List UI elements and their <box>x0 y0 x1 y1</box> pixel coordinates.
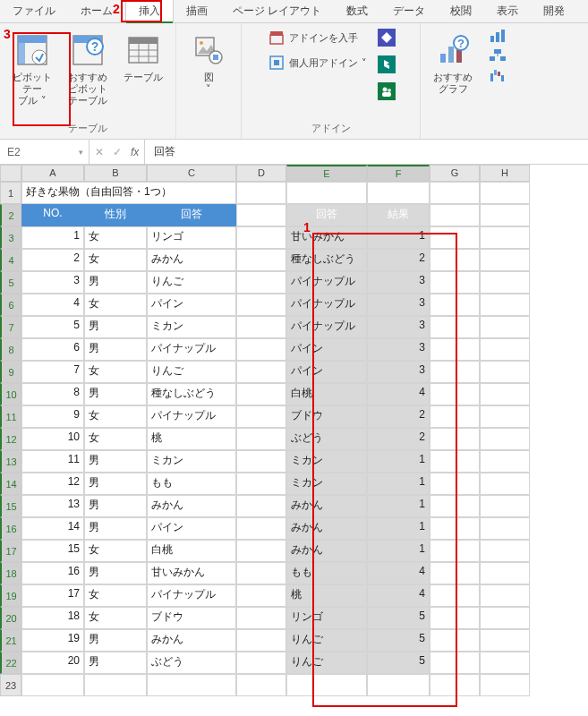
empty-cell[interactable] <box>480 338 530 361</box>
empty-cell[interactable] <box>84 674 147 696</box>
cell-answer-r[interactable]: みかん <box>286 517 367 540</box>
tab-review[interactable]: 校閲 <box>438 0 484 22</box>
row-header[interactable]: 3 <box>0 226 21 249</box>
people-addin-icon[interactable] <box>378 82 396 100</box>
empty-cell[interactable] <box>430 584 480 607</box>
empty-cell[interactable] <box>21 674 84 696</box>
cell-no[interactable]: 8 <box>21 383 84 405</box>
recommend-pivot-button[interactable]: ? おすすめ ピボットテーブル <box>63 29 113 111</box>
empty-cell[interactable] <box>480 562 530 584</box>
cell-sex[interactable]: 男 <box>84 495 147 517</box>
cell-sex[interactable]: 女 <box>84 607 147 629</box>
cell-no[interactable]: 3 <box>21 271 84 294</box>
cell-sex[interactable]: 男 <box>84 316 147 338</box>
header-answer-r[interactable]: 回答 <box>286 204 367 226</box>
cell-no[interactable]: 1 <box>21 226 84 249</box>
cell-sex[interactable]: 男 <box>84 517 147 540</box>
cell-result[interactable]: 1 <box>367 495 430 517</box>
empty-cell[interactable] <box>430 517 480 540</box>
empty-cell[interactable] <box>236 540 286 562</box>
row-header[interactable]: 23 <box>0 674 21 696</box>
empty-cell[interactable] <box>480 271 530 294</box>
cell-answer-r[interactable]: 種なしぶどう <box>286 249 367 271</box>
empty-cell[interactable] <box>430 607 480 629</box>
empty-cell[interactable] <box>480 383 530 405</box>
cell-no[interactable]: 2 <box>21 249 84 271</box>
cell-answer[interactable]: 甘いみかん <box>147 562 236 584</box>
cell-answer-r[interactable]: パイナップル <box>286 316 367 338</box>
pivot-table-button[interactable]: ピボットテー ブル ˅ <box>7 29 57 111</box>
cell-sex[interactable]: 女 <box>84 294 147 316</box>
cell-answer[interactable]: パイナップル <box>147 405 236 428</box>
empty-cell[interactable] <box>480 204 530 226</box>
cell-no[interactable]: 20 <box>21 652 84 674</box>
empty-cell[interactable] <box>236 629 286 652</box>
row-header[interactable]: 13 <box>0 450 21 473</box>
waterfall-chart-icon[interactable] <box>489 68 508 84</box>
tab-pagelayout[interactable]: ページ レイアウト <box>220 0 334 22</box>
cell-result[interactable]: 4 <box>367 562 430 584</box>
cell-answer-r[interactable]: りんご <box>286 652 367 674</box>
empty-cell[interactable] <box>430 294 480 316</box>
cell-answer-r[interactable]: みかん <box>286 495 367 517</box>
spreadsheet-grid[interactable]: ABCDEFGH1好きな果物（自由回答・1つ）2NO.性別回答回答結果31女リン… <box>0 165 588 696</box>
cell-result[interactable]: 2 <box>367 249 430 271</box>
tab-file[interactable]: ファイル <box>0 0 68 22</box>
empty-cell[interactable] <box>480 182 530 204</box>
empty-cell[interactable] <box>430 473 480 495</box>
my-addins-button[interactable]: 個人用アドイン ˅ <box>266 54 370 72</box>
empty-cell[interactable] <box>480 316 530 338</box>
empty-cell[interactable] <box>430 316 480 338</box>
cell-result[interactable]: 3 <box>367 271 430 294</box>
row-header[interactable]: 20 <box>0 607 21 629</box>
empty-cell[interactable] <box>236 361 286 383</box>
empty-cell[interactable] <box>480 674 530 696</box>
cell-result[interactable]: 2 <box>367 405 430 428</box>
empty-cell[interactable] <box>236 226 286 249</box>
cell-answer[interactable]: りんご <box>147 361 236 383</box>
cell-answer[interactable]: パイン <box>147 294 236 316</box>
header-result[interactable]: 結果 <box>367 204 430 226</box>
get-addins-button[interactable]: アドインを入手 <box>266 29 370 47</box>
empty-cell[interactable] <box>430 562 480 584</box>
empty-cell[interactable] <box>236 674 286 696</box>
cell-result[interactable]: 1 <box>367 517 430 540</box>
cell-sex[interactable]: 男 <box>84 652 147 674</box>
cell-result[interactable]: 5 <box>367 652 430 674</box>
empty-cell[interactable] <box>236 607 286 629</box>
cell-answer-r[interactable]: ブドウ <box>286 405 367 428</box>
empty-cell[interactable] <box>480 450 530 473</box>
empty-cell[interactable] <box>430 540 480 562</box>
empty-cell[interactable] <box>480 405 530 428</box>
cell-sex[interactable]: 男 <box>84 473 147 495</box>
visio-addin-icon[interactable] <box>378 29 396 47</box>
empty-cell[interactable] <box>430 249 480 271</box>
cell-answer[interactable]: パイン <box>147 517 236 540</box>
cell-answer-r[interactable]: ミカン <box>286 473 367 495</box>
empty-cell[interactable] <box>236 584 286 607</box>
empty-cell[interactable] <box>236 517 286 540</box>
empty-cell[interactable] <box>430 338 480 361</box>
empty-cell[interactable] <box>367 182 430 204</box>
row-header[interactable]: 2 <box>0 204 21 226</box>
cell-answer-r[interactable]: 桃 <box>286 584 367 607</box>
cell-answer-r[interactable]: 白桃 <box>286 383 367 405</box>
empty-cell[interactable] <box>430 629 480 652</box>
cell-result[interactable]: 3 <box>367 294 430 316</box>
table-button[interactable]: テーブル <box>118 29 168 111</box>
col-header[interactable]: E <box>286 165 367 182</box>
fx-button[interactable]: fx <box>131 146 139 158</box>
cell-result[interactable]: 1 <box>367 226 430 249</box>
empty-cell[interactable] <box>236 294 286 316</box>
cell-no[interactable]: 7 <box>21 361 84 383</box>
empty-cell[interactable] <box>236 249 286 271</box>
empty-cell[interactable] <box>430 361 480 383</box>
empty-cell[interactable] <box>480 607 530 629</box>
empty-cell[interactable] <box>480 249 530 271</box>
col-header[interactable]: A <box>21 165 84 182</box>
empty-cell[interactable] <box>147 674 236 696</box>
cell-answer-r[interactable]: パイナップル <box>286 294 367 316</box>
cell-sex[interactable]: 女 <box>84 584 147 607</box>
empty-cell[interactable] <box>430 204 480 226</box>
row-header[interactable]: 22 <box>0 652 21 674</box>
